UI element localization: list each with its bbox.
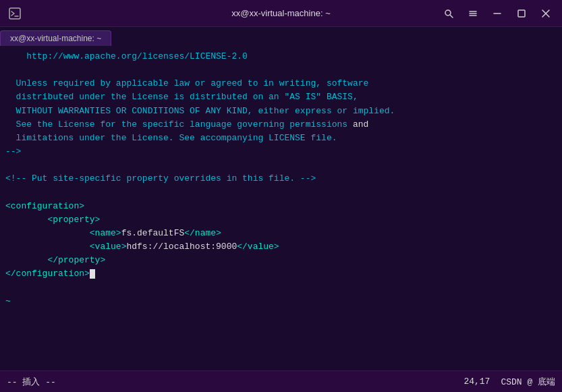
terminal-icon: [5, 4, 24, 23]
svg-rect-0: [9, 8, 20, 19]
line-blank-1: [5, 63, 557, 77]
search-button[interactable]: [438, 4, 459, 23]
line-license-1: Unless required by applicable law or agr…: [5, 77, 557, 90]
line-tilde: ~: [5, 295, 557, 308]
line-config-close: </configuration>: [5, 267, 557, 281]
minimize-button[interactable]: [486, 4, 508, 23]
line-blank-3: [5, 186, 557, 199]
titlebar: xx@xx-virtual-machine: ~: [0, 0, 562, 27]
window-title: xx@xx-virtual-machine: ~: [231, 8, 331, 18]
svg-rect-8: [518, 10, 525, 17]
close-button[interactable]: [535, 4, 557, 23]
line-license-3: WITHOUT WARRANTIES OR CONDITIONS OF ANY …: [5, 105, 557, 118]
line-config-open: <configuration>: [5, 200, 557, 213]
tabbar: xx@xx-virtual-machine: ~: [0, 27, 562, 46]
line-url: http://www.apache.org/licenses/LICENSE-2…: [5, 50, 557, 63]
cursor-position: 24,17: [463, 376, 490, 387]
line-blank-4: [5, 281, 557, 294]
status-right: 24,17 CSDN @ 底端: [463, 376, 555, 388]
line-name-tag: <name>fs.defaultFS</name>: [5, 227, 557, 240]
window-controls: [438, 4, 557, 23]
status-source: CSDN @ 底端: [501, 376, 555, 388]
line-license-5: limitations under the License. See accom…: [5, 132, 557, 145]
svg-line-3: [451, 15, 453, 18]
line-property-open: <property>: [5, 213, 557, 227]
line-comment-end: -->: [5, 145, 557, 159]
maximize-button[interactable]: [511, 4, 532, 23]
line-license-2: distributed under the License is distrib…: [5, 90, 557, 104]
line-blank-2: [5, 159, 557, 172]
line-property-close: </property>: [5, 254, 557, 267]
menu-button[interactable]: [462, 4, 484, 23]
terminal-tab[interactable]: xx@xx-virtual-machine: ~: [0, 30, 111, 46]
terminal-content[interactable]: http://www.apache.org/licenses/LICENSE-2…: [0, 46, 562, 370]
status-mode: -- 插入 --: [7, 376, 56, 388]
line-license-4: See the License for the specific languag…: [5, 118, 557, 132]
svg-point-2: [445, 10, 451, 16]
line-comment-inline: <!-- Put site-specific property override…: [5, 172, 557, 186]
statusbar: -- 插入 -- 24,17 CSDN @ 底端: [0, 370, 562, 392]
line-value-tag: <value>hdfs://localhost:9000</value>: [5, 240, 557, 254]
